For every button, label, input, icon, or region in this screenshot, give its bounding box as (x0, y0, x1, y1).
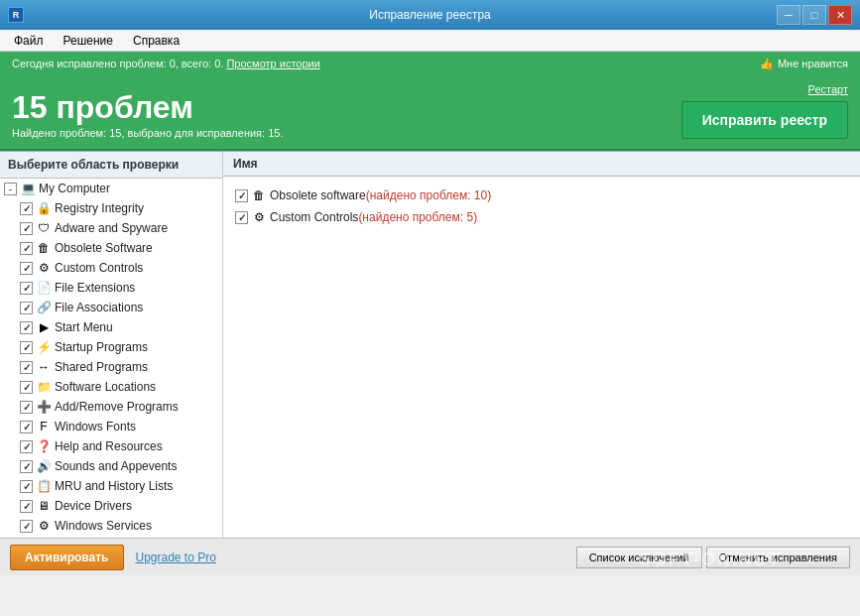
tree-checkbox[interactable] (20, 202, 33, 215)
tree-item[interactable]: 🔗File Associations (0, 298, 222, 317)
tree-item-icon: 📄 (36, 280, 52, 296)
tree-item-label: Windows Fonts (55, 420, 136, 433)
tree-item[interactable]: ❓Help and Resources (0, 436, 222, 456)
tree-checkbox[interactable] (20, 222, 33, 235)
tree-item[interactable]: 🛡Adware and Spyware (0, 218, 222, 238)
problems-count: 15 проблем (12, 91, 283, 123)
tree-item-label: Adware and Spyware (55, 221, 168, 235)
tree-checkbox[interactable] (20, 440, 33, 453)
exclusions-button[interactable]: Список исключений (576, 547, 702, 568)
tree-item-label: Device Drivers (55, 499, 132, 513)
tree-item-label: Sounds and Appevents (55, 459, 177, 473)
tree-checkbox[interactable] (20, 480, 33, 493)
tree-checkbox[interactable] (4, 183, 17, 195)
tree-item[interactable]: 🗑Obsolete Software (0, 238, 222, 258)
footer: Активировать Upgrade to Pro Список исклю… (0, 538, 860, 575)
tree-item[interactable]: 📄File Extensions (0, 278, 222, 298)
tree-item-icon: ❓ (36, 438, 52, 454)
tree-item-icon: 📋 (36, 478, 52, 494)
close-button[interactable]: ✕ (828, 5, 852, 25)
result-item[interactable]: 🗑Obsolete software(найдено проблем: 10) (231, 185, 852, 206)
tree-item[interactable]: FWindows Fonts (0, 417, 222, 436)
tree-item[interactable]: 🔊Sounds and Appevents (0, 456, 222, 476)
tree-item[interactable]: 📁Software Locations (0, 377, 222, 397)
tree-item[interactable]: ⚙Windows Services (0, 516, 222, 536)
tree-item[interactable]: 💾Virtual Devices (0, 536, 222, 538)
tree-checkbox[interactable] (20, 421, 33, 433)
menu-bar: Файл Решение Справка (0, 30, 860, 52)
tree-item[interactable]: ▶Start Menu (0, 317, 222, 337)
right-panel: Имя 🗑Obsolete software(найдено проблем: … (223, 152, 860, 538)
restart-link[interactable]: Рестарт (808, 83, 848, 95)
tree-item-icon: ⚙ (36, 260, 52, 276)
right-panel-header: Имя (223, 152, 860, 177)
tree-item[interactable]: 🖥Device Drivers (0, 496, 222, 516)
tree-item-icon: 🔗 (36, 300, 52, 315)
main-header: 15 проблем Найдено проблем: 15, выбрано … (0, 75, 860, 151)
tree-item-label: My Computer (39, 182, 110, 195)
tree-item-icon: ⚙ (36, 518, 52, 534)
left-panel-header: Выберите область проверки (0, 152, 222, 179)
upgrade-link[interactable]: Upgrade to Pro (136, 551, 216, 564)
tree-item-icon: 🖥 (36, 498, 52, 514)
activate-button[interactable]: Активировать (10, 545, 124, 570)
history-link[interactable]: Просмотр истории (226, 58, 319, 69)
tree-item-label: Windows Services (55, 519, 152, 533)
tree-item-label: MRU and History Lists (55, 479, 173, 493)
tree-item-icon: 📁 (36, 379, 52, 395)
menu-help[interactable]: Справка (123, 31, 189, 51)
content-area: Выберите область проверки 💻My Computer🔒R… (0, 151, 860, 538)
tree-checkbox[interactable] (20, 242, 33, 255)
tree-item-label: File Associations (55, 301, 143, 314)
tree-item-label: File Extensions (55, 281, 135, 295)
tree-item[interactable]: ↔Shared Programs (0, 357, 222, 377)
right-panel-content: 🗑Obsolete software(найдено проблем: 10)⚙… (223, 177, 860, 538)
footer-left: Активировать Upgrade to Pro (10, 545, 216, 570)
title-bar: R Исправление реестра ─ □ ✕ (0, 0, 860, 30)
result-label: Custom Controls(найдено проблем: 5) (270, 210, 477, 224)
tree-checkbox[interactable] (20, 361, 33, 374)
app-icon: R (8, 7, 24, 23)
tree-area[interactable]: 💻My Computer🔒Registry Integrity🛡Adware a… (0, 179, 222, 538)
tree-checkbox[interactable] (20, 302, 33, 314)
result-item[interactable]: ⚙Custom Controls(найдено проблем: 5) (231, 206, 852, 228)
result-checkbox[interactable] (235, 211, 248, 224)
result-label: Obsolete software(найдено проблем: 10) (270, 188, 491, 202)
result-icon: 🗑 (251, 187, 267, 203)
tree-item-label: Custom Controls (55, 261, 143, 275)
header-left: 15 проблем Найдено проблем: 15, выбрано … (12, 91, 283, 139)
tree-checkbox[interactable] (20, 282, 33, 295)
tree-checkbox[interactable] (20, 500, 33, 513)
tree-item[interactable]: ➕Add/Remove Programs (0, 397, 222, 417)
fix-registry-button[interactable]: Исправить реестр (681, 101, 848, 139)
menu-solution[interactable]: Решение (54, 31, 123, 51)
tree-checkbox[interactable] (20, 381, 33, 394)
footer-right: Список исключений Отменить исправления (576, 547, 850, 568)
tree-item[interactable]: 📋MRU and History Lists (0, 476, 222, 496)
menu-file[interactable]: Файл (4, 31, 54, 51)
tree-item-label: Software Locations (55, 380, 156, 394)
tree-item-icon: 🔒 (36, 200, 52, 216)
tree-checkbox[interactable] (20, 341, 33, 354)
tree-checkbox[interactable] (20, 520, 33, 533)
problems-subtitle: Найдено проблем: 15, выбрано для исправл… (12, 127, 283, 139)
tree-checkbox[interactable] (20, 321, 33, 334)
thumb-up-icon: 👍 (760, 58, 774, 70)
tree-item[interactable]: 💻My Computer (0, 179, 222, 198)
tree-item-label: Shared Programs (55, 360, 148, 374)
tree-item-icon: ↔ (36, 359, 52, 375)
tree-checkbox[interactable] (20, 262, 33, 275)
tree-item[interactable]: 🔒Registry Integrity (0, 198, 222, 218)
title-bar-controls: ─ □ ✕ (777, 5, 852, 25)
tree-checkbox[interactable] (20, 460, 33, 473)
like-button[interactable]: 👍 Мне нравится (760, 58, 848, 70)
tree-item-label: Obsolete Software (55, 241, 153, 255)
tree-item[interactable]: ⚙Custom Controls (0, 258, 222, 278)
maximize-button[interactable]: □ (802, 5, 826, 25)
tree-item[interactable]: ⚡Startup Programs (0, 337, 222, 357)
tree-item-label: Start Menu (55, 320, 113, 334)
tree-checkbox[interactable] (20, 401, 33, 414)
cancel-fixes-button[interactable]: Отменить исправления (706, 547, 850, 568)
result-checkbox[interactable] (235, 189, 248, 202)
minimize-button[interactable]: ─ (777, 5, 800, 25)
